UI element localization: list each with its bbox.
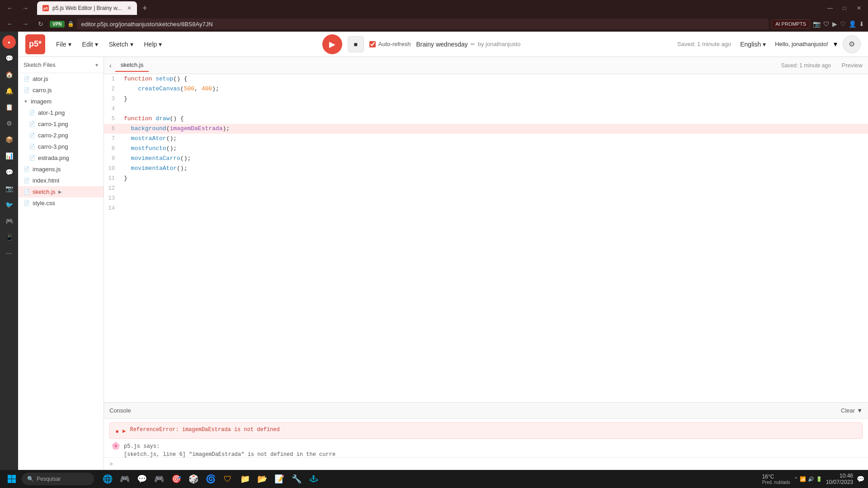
- file-item-index-html[interactable]: 📄 index.html: [18, 175, 104, 186]
- minimize-button[interactable]: —: [825, 3, 835, 14]
- sidebar-icon-discord[interactable]: 🎮: [2, 214, 16, 228]
- code-tab-bar: ‹ sketch.js Saved: 1 minute ago Preview: [104, 57, 868, 74]
- maximize-button[interactable]: □: [839, 3, 850, 14]
- sketch-chevron-icon: ▾: [130, 41, 133, 48]
- start-button[interactable]: [4, 471, 20, 487]
- ai-prompts-button[interactable]: AI PROMPTS: [771, 19, 810, 28]
- shield-icon[interactable]: 🛡: [823, 20, 830, 28]
- new-tab-button[interactable]: +: [139, 4, 151, 13]
- run-button[interactable]: ▶: [322, 34, 342, 54]
- sidebar-icon-gear[interactable]: ⚙: [2, 117, 16, 130]
- taskbar-icon-devtools[interactable]: 🔧: [288, 471, 305, 487]
- taskbar-icon-edge[interactable]: 🌐: [99, 471, 116, 487]
- nav-forward-button[interactable]: →: [19, 18, 32, 30]
- forward-history-button[interactable]: →: [19, 2, 32, 14]
- refresh-button[interactable]: ↻: [34, 18, 47, 30]
- file-icon-carro1: 📄: [29, 121, 35, 127]
- sidebar-icon-package[interactable]: 📦: [2, 133, 16, 146]
- taskbar-icon-word[interactable]: 📝: [271, 471, 288, 487]
- download-icon[interactable]: ⬇: [859, 20, 864, 28]
- taskbar-icon-xbox[interactable]: 🎮: [151, 471, 167, 487]
- line-num-1: 1: [104, 74, 120, 84]
- sidebar-icon-messenger[interactable]: 💬: [2, 165, 16, 179]
- taskbar-icon-epic[interactable]: 🎯: [168, 471, 184, 487]
- taskbar-icon-norton[interactable]: 🛡: [220, 471, 236, 487]
- preview-tab[interactable]: Preview: [842, 62, 863, 69]
- sidebar-icon-clipboard[interactable]: 📋: [2, 100, 16, 114]
- sidebar-icon-twitter[interactable]: 🐦: [2, 198, 16, 211]
- help-menu-button[interactable]: Help ▾: [141, 39, 166, 50]
- sidebar-icon-camera[interactable]: 📷: [2, 182, 16, 195]
- auto-refresh-checkbox[interactable]: [369, 41, 376, 47]
- sidebar-icon-home[interactable]: 🏠: [2, 68, 16, 81]
- code-tab-sketch-js[interactable]: sketch.js: [115, 59, 149, 72]
- sidebar-icon-more[interactable]: ⋯: [2, 247, 16, 260]
- edit-title-icon[interactable]: ✏: [471, 41, 475, 47]
- file-item-carro2-png[interactable]: 📄 carro-2.png: [18, 130, 104, 141]
- nav-back-button[interactable]: ←: [4, 18, 16, 30]
- console-title: Console: [109, 407, 131, 414]
- sidebar-icon-circle[interactable]: ●: [2, 35, 16, 49]
- language-selector[interactable]: English ▾: [736, 39, 769, 50]
- code-back-button[interactable]: ‹: [109, 62, 112, 69]
- line-content-12: [120, 183, 868, 193]
- error-expand-icon[interactable]: ▶: [123, 428, 126, 433]
- taskbar-icon-edge2[interactable]: 🌀: [203, 471, 219, 487]
- screenshot-icon[interactable]: 📷: [813, 20, 821, 28]
- address-bar-row: ← → ↻ VPN 🔒 AI PROMPTS 📷 🛡 ▶ ♡ 👤 ⬇: [0, 16, 868, 32]
- file-item-sketch-js[interactable]: 📄 sketch.js ▶: [18, 186, 104, 197]
- play-icon[interactable]: ▶: [832, 20, 837, 28]
- tab-title: p5.js Web Editor | Brainy w...: [52, 5, 122, 11]
- line-content-1: function setup() {: [120, 74, 868, 84]
- taskbar-icon-files2[interactable]: 📂: [254, 471, 270, 487]
- sketch-title-area: Brainy wednesday ✏ by jonathanjusto: [416, 41, 520, 48]
- sidebar-icon-bell[interactable]: 🔔: [2, 84, 16, 98]
- edit-menu-button[interactable]: Edit ▾: [79, 39, 102, 50]
- console-prompt-icon: >: [109, 460, 113, 467]
- code-editor-area[interactable]: 1 function setup() { 2 createCanvas(500,…: [104, 74, 868, 402]
- file-item-ator-png[interactable]: 📄 ator-1.png: [18, 107, 104, 118]
- taskbar-icon-steam[interactable]: 🎲: [185, 471, 202, 487]
- notifications-icon[interactable]: 💬: [857, 475, 864, 483]
- tray-wifi-icon: 📶: [800, 476, 806, 482]
- line-num-5: 5: [104, 114, 120, 124]
- file-item-estrada-png[interactable]: 📄 estrada.png: [18, 152, 104, 164]
- settings-button[interactable]: ⚙: [843, 35, 861, 53]
- folder-item-imagem[interactable]: ▼ imagem: [18, 96, 104, 107]
- file-item-imagens-js[interactable]: 📄 imagens.js: [18, 164, 104, 175]
- heart-icon[interactable]: ♡: [840, 20, 846, 28]
- file-item-style-css[interactable]: 📄 style.css: [18, 197, 104, 209]
- file-item-ator-js[interactable]: 📄 ator.js: [18, 73, 104, 84]
- taskbar-icon-discord[interactable]: 🎮: [117, 471, 133, 487]
- clock-widget[interactable]: 10:46 10/07/2023: [826, 473, 853, 485]
- sidebar-icon-chart[interactable]: 📊: [2, 149, 16, 163]
- file-tree-toggle-button[interactable]: ▾: [95, 62, 98, 68]
- browser-tab-active[interactable]: p5 p5.js Web Editor | Brainy w... ✕: [37, 1, 137, 15]
- tray-up-arrow-icon[interactable]: ⌃: [794, 476, 798, 482]
- tab-close-button[interactable]: ✕: [127, 5, 132, 11]
- weather-temp: 16°C: [762, 474, 774, 480]
- console-clear-button[interactable]: Clear ▼: [841, 407, 863, 414]
- sidebar-icon-chat[interactable]: 💬: [2, 52, 16, 65]
- stop-button[interactable]: ■: [348, 36, 364, 52]
- file-item-carro-js[interactable]: 📄 carro.js: [18, 84, 104, 96]
- profile-icon[interactable]: 👤: [849, 20, 856, 28]
- taskbar-icon-whatsapp[interactable]: 💬: [134, 471, 150, 487]
- sketch-menu-button[interactable]: Sketch ▾: [105, 39, 137, 50]
- close-button[interactable]: ✕: [854, 3, 864, 14]
- back-history-button[interactable]: ←: [4, 2, 16, 14]
- editor-body: Sketch Files ▾ 📄 ator.js 📄 carro.js ▼ im…: [18, 57, 868, 470]
- taskbar-icon-files[interactable]: 📁: [237, 471, 253, 487]
- tray-battery-icon: 🔋: [816, 476, 822, 482]
- file-menu-button[interactable]: File ▾: [52, 39, 75, 50]
- code-line-14: 14: [104, 203, 868, 213]
- taskbar-icon-gaming[interactable]: 🕹: [306, 471, 322, 487]
- p5-note-text: [sketch.js, line 6] "imagemDaEstrada" is…: [124, 451, 335, 457]
- line-content-6: background(imagemDaEstrada);: [120, 124, 868, 134]
- file-item-carro3-png[interactable]: 📄 carro-3.png: [18, 141, 104, 152]
- sidebar-icon-phone[interactable]: 📱: [2, 230, 16, 244]
- taskbar-search-box[interactable]: 🔍 Pesquisar: [22, 473, 94, 485]
- file-item-carro1-png[interactable]: 📄 carro-1.png: [18, 118, 104, 130]
- address-input[interactable]: [77, 19, 769, 29]
- sketch-expand-button[interactable]: ▶: [58, 189, 62, 194]
